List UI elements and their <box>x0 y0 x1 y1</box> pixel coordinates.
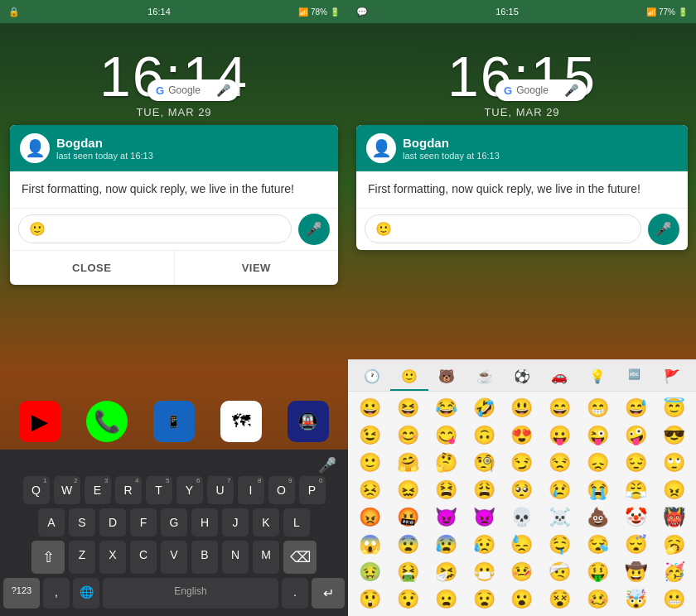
emoji-cell[interactable]: 😨 <box>389 532 427 558</box>
key-shift[interactable]: ⇧ <box>31 541 65 574</box>
emoji-cell[interactable]: 🙃 <box>466 422 503 449</box>
key-y[interactable]: Y6 <box>176 476 203 504</box>
emoji-cell[interactable]: 🧐 <box>466 450 503 476</box>
key-q[interactable]: Q1 <box>23 476 50 504</box>
emoji-cell[interactable]: 😛 <box>541 422 578 449</box>
emoji-cell[interactable]: 😯 <box>389 586 427 613</box>
emoji-cell[interactable]: 😜 <box>579 422 616 449</box>
keyboard-mic-icon[interactable]: 🎤 <box>318 456 336 474</box>
notif-mic-btn-right[interactable]: 🎤 <box>648 214 679 245</box>
dock-icon-app1[interactable]: 📱 <box>153 401 195 442</box>
emoji-cell[interactable]: 😮 <box>504 586 541 613</box>
emoji-tab-recent[interactable]: 🕐 <box>353 363 390 391</box>
emoji-cell[interactable]: 🤤 <box>541 532 578 558</box>
emoji-cell[interactable]: 😢 <box>541 477 578 503</box>
emoji-cell[interactable]: 😬 <box>655 586 693 613</box>
emoji-cell[interactable]: 🤕 <box>541 559 578 585</box>
emoji-cell[interactable]: 😱 <box>351 532 389 558</box>
emoji-cell[interactable]: 💩 <box>579 504 616 531</box>
emoji-cell[interactable]: 🤢 <box>351 559 389 585</box>
emoji-cell[interactable]: 🤒 <box>504 559 541 585</box>
emoji-cell[interactable]: 🥱 <box>655 532 693 558</box>
emoji-cell[interactable]: 😋 <box>428 422 465 449</box>
emoji-cell[interactable]: 😄 <box>541 395 578 421</box>
emoji-cell[interactable]: 😅 <box>617 395 655 421</box>
emoji-tab-food[interactable]: ☕ <box>466 363 503 391</box>
emoji-cell[interactable]: 🤪 <box>617 422 655 449</box>
emoji-cell[interactable]: 🤠 <box>617 559 655 585</box>
key-v[interactable]: V <box>161 541 187 574</box>
emoji-cell[interactable]: 😵 <box>541 586 578 613</box>
key-j[interactable]: J <box>222 508 249 537</box>
emoji-cell[interactable]: 💀 <box>504 504 541 531</box>
emoji-cell[interactable]: 😇 <box>655 395 693 421</box>
key-g[interactable]: G <box>161 508 187 537</box>
emoji-cell[interactable]: 🥴 <box>579 586 616 613</box>
key-z[interactable]: Z <box>69 541 95 574</box>
emoji-tab-symbols[interactable]: 🔤 <box>616 363 653 391</box>
key-l[interactable]: L <box>283 508 310 537</box>
emoji-cell[interactable]: 😰 <box>428 532 465 558</box>
key-p[interactable]: P0 <box>299 476 326 504</box>
emoji-cell[interactable]: 🤡 <box>617 504 655 531</box>
notif-reply-input[interactable]: 🙂 <box>18 214 292 243</box>
emoji-cell[interactable]: 😥 <box>466 532 503 558</box>
emoji-cell[interactable]: 😫 <box>428 477 465 503</box>
emoji-cell[interactable]: 😪 <box>579 532 616 558</box>
key-o[interactable]: O9 <box>268 476 295 504</box>
key-symbols[interactable]: ?123 <box>3 578 40 609</box>
emoji-cell[interactable]: 🥳 <box>655 559 693 585</box>
emoji-cell[interactable]: 😦 <box>428 586 465 613</box>
emoji-cell[interactable]: 😂 <box>428 395 465 421</box>
key-h[interactable]: H <box>191 508 218 537</box>
emoji-cell[interactable]: 🤬 <box>389 504 427 531</box>
emoji-cell[interactable]: 😖 <box>389 477 427 503</box>
emoji-cell[interactable]: 😎 <box>655 422 693 449</box>
key-r[interactable]: R4 <box>115 476 142 504</box>
key-comma[interactable]: , <box>43 578 70 609</box>
emoji-cell[interactable]: 😁 <box>579 395 616 421</box>
emoji-cell[interactable]: 🤗 <box>389 450 427 476</box>
dock-icon-youtube[interactable]: ▶ <box>19 401 60 442</box>
emoji-tab-flags[interactable]: 🚩 <box>654 363 691 391</box>
google-mic-left[interactable]: 🎤 <box>216 84 230 97</box>
key-k[interactable]: K <box>253 508 279 537</box>
key-t[interactable]: T5 <box>146 476 172 504</box>
key-globe[interactable]: 🌐 <box>73 578 99 609</box>
emoji-cell[interactable]: 🙂 <box>351 450 389 476</box>
emoji-cell[interactable]: 🥺 <box>504 477 541 503</box>
key-d[interactable]: D <box>99 508 126 537</box>
emoji-cell[interactable]: 😓 <box>504 532 541 558</box>
emoji-tab-travel[interactable]: 🚗 <box>541 363 578 391</box>
emoji-cell[interactable]: 😭 <box>579 477 616 503</box>
emoji-cell[interactable]: 👹 <box>655 504 693 531</box>
emoji-tab-smileys[interactable]: 🙂 <box>390 363 428 391</box>
emoji-cell[interactable]: 😈 <box>428 504 465 531</box>
emoji-cell[interactable]: 😡 <box>351 504 389 531</box>
emoji-cell[interactable]: 😣 <box>351 477 389 503</box>
emoji-cell[interactable]: 😊 <box>389 422 427 449</box>
google-bar-left[interactable]: G Google 🎤 <box>147 79 239 101</box>
emoji-cell[interactable]: 🤔 <box>428 450 465 476</box>
emoji-cell[interactable]: 🤮 <box>389 559 427 585</box>
emoji-cell[interactable]: 🤧 <box>428 559 465 585</box>
key-n[interactable]: N <box>222 541 249 574</box>
notif-close-button[interactable]: CLOSE <box>10 251 175 285</box>
notif-view-button[interactable]: VIEW <box>175 251 339 285</box>
google-bar-right[interactable]: G Google 🎤 <box>495 79 587 101</box>
emoji-cell[interactable]: 😒 <box>541 450 578 476</box>
google-mic-right[interactable]: 🎤 <box>564 84 578 97</box>
emoji-cell[interactable]: ☠️ <box>541 504 578 531</box>
emoji-cell[interactable]: 👿 <box>466 504 503 531</box>
key-space[interactable]: English <box>103 578 278 609</box>
dock-icon-metro[interactable]: 🚇 <box>288 401 329 442</box>
emoji-cell[interactable]: 😍 <box>504 422 541 449</box>
emoji-cell[interactable]: 😆 <box>389 395 427 421</box>
emoji-cell[interactable]: 😔 <box>617 450 655 476</box>
emoji-cell[interactable]: 😞 <box>579 450 616 476</box>
emoji-cell[interactable]: 😴 <box>617 532 655 558</box>
emoji-tab-animals[interactable]: 🐻 <box>428 363 466 391</box>
emoji-cell[interactable]: 😃 <box>504 395 541 421</box>
emoji-tab-sports[interactable]: ⚽ <box>503 363 540 391</box>
emoji-cell[interactable]: 😩 <box>466 477 503 503</box>
